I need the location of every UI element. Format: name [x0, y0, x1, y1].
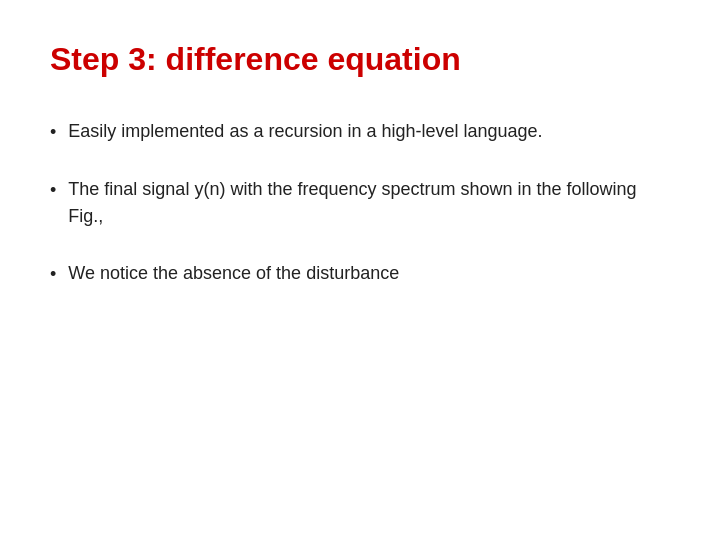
bullet-item-1: • Easily implemented as a recursion in a… — [50, 118, 670, 146]
bullet-item-3: • We notice the absence of the disturban… — [50, 260, 670, 288]
bullet-text-2: The final signal y(n) with the frequency… — [68, 176, 670, 230]
bullet-dot-1: • — [50, 119, 56, 146]
slide-title: Step 3: difference equation — [50, 40, 670, 78]
bullet-text-3: We notice the absence of the disturbance — [68, 260, 670, 287]
slide-container: Step 3: difference equation • Easily imp… — [0, 0, 720, 540]
bullet-item-2: • The final signal y(n) with the frequen… — [50, 176, 670, 230]
bullet-list: • Easily implemented as a recursion in a… — [50, 118, 670, 288]
bullet-dot-2: • — [50, 177, 56, 204]
bullet-dot-3: • — [50, 261, 56, 288]
bullet-text-1: Easily implemented as a recursion in a h… — [68, 118, 670, 145]
